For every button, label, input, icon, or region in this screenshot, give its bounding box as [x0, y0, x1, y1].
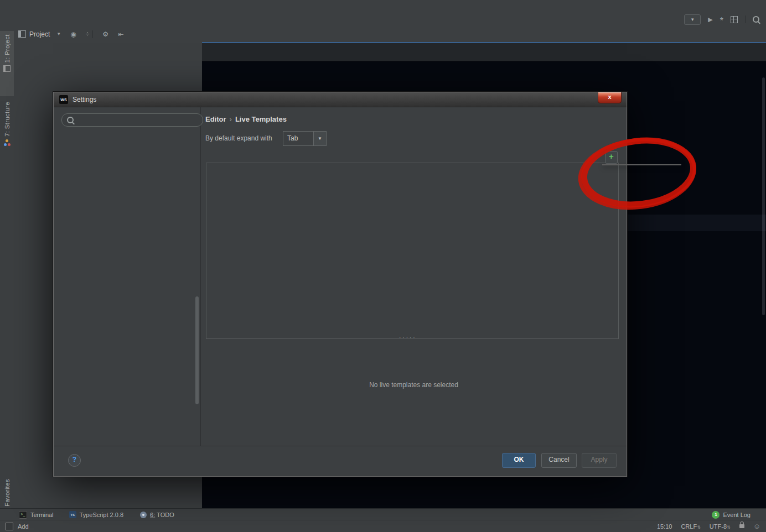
- structure-tool-icon: [4, 139, 11, 146]
- settings-content-panel: Editor›Live Templates By default expand …: [201, 107, 627, 446]
- stripe-structure-label: 7: Structure: [4, 102, 11, 137]
- settings-breadcrumb-parent: Editor: [205, 115, 226, 123]
- cancel-button[interactable]: Cancel: [541, 453, 577, 468]
- navigation-toolbar: ▼ ▶ *: [0, 12, 766, 27]
- settings-nav-panel: [54, 107, 201, 446]
- project-view-dropdown-icon[interactable]: ▼: [56, 32, 61, 36]
- add-hint-icon: [6, 523, 13, 530]
- editor-scrollbar[interactable]: [762, 77, 765, 315]
- search-everywhere-icon[interactable]: [753, 16, 759, 23]
- terminal-button[interactable]: >_ Terminal: [19, 511, 54, 519]
- apply-button[interactable]: Apply: [582, 453, 617, 468]
- settings-breadcrumb-child: Live Templates: [235, 115, 287, 123]
- tool-window-bar: >_ Terminal TS TypeScript 2.0.8 6: TODO …: [0, 508, 766, 520]
- settings-search-input[interactable]: [77, 116, 179, 125]
- hide-panel-icon[interactable]: ⇤: [118, 30, 123, 38]
- typescript-icon: TS: [69, 511, 76, 518]
- live-templates-list: [206, 163, 619, 339]
- todo-label: 6: TODO: [150, 512, 174, 518]
- add-popup-menu: [602, 164, 681, 165]
- expand-with-value: Tab: [283, 132, 313, 145]
- run-icon[interactable]: ▶: [708, 16, 712, 23]
- typescript-label: TypeScript 2.0.8: [80, 512, 124, 518]
- project-tool-icon: [3, 65, 11, 72]
- status-hint-text: Add: [18, 523, 29, 530]
- stripe-project-label: 1: Project: [4, 34, 11, 62]
- settings-dialog: WS Settings x Editor›Live Templates By d…: [53, 92, 627, 477]
- splitter-grip[interactable]: [399, 335, 417, 341]
- main-menu-bar: [0, 0, 766, 13]
- close-dialog-button[interactable]: x: [598, 92, 622, 103]
- hector-notification-icon[interactable]: ☺: [753, 522, 760, 530]
- settings-search-box[interactable]: [61, 113, 203, 127]
- panel-divider: [92, 30, 93, 38]
- empty-selection-message: No live templates are selected: [201, 381, 627, 389]
- stripe-button-project[interactable]: 1: Project: [0, 31, 14, 96]
- ok-button[interactable]: OK: [502, 453, 536, 468]
- todo-icon: [140, 512, 147, 518]
- project-panel-title: Project: [29, 30, 50, 38]
- add-icon[interactable]: [605, 151, 618, 164]
- settings-dialog-title: Settings: [73, 96, 96, 103]
- locate-file-icon[interactable]: ◉: [70, 30, 76, 38]
- event-log-icon: 1: [712, 511, 720, 519]
- help-button[interactable]: ?: [68, 454, 81, 467]
- editor-tab-bar: [202, 27, 766, 43]
- run-configuration-dropdown[interactable]: ▼: [684, 14, 701, 25]
- breadcrumb-separator: ›: [226, 115, 235, 123]
- stripe-button-structure[interactable]: 7: Structure: [0, 98, 14, 168]
- run-toolbar: ▼ ▶ *: [684, 14, 759, 25]
- search-icon: [67, 117, 74, 123]
- tool-window-stripe: 1: Project 7: Structure: [0, 27, 14, 509]
- debug-icon[interactable]: *: [720, 18, 723, 24]
- expand-with-label: By default expand with: [205, 134, 272, 142]
- gear-icon[interactable]: ⚙: [102, 30, 108, 38]
- encoding-widget[interactable]: UTF-8⇅: [710, 523, 731, 530]
- webstorm-logo-icon: WS: [59, 95, 68, 104]
- toolbar-divider: [745, 15, 746, 23]
- coverage-icon[interactable]: [731, 16, 738, 23]
- combobox-arrow-icon[interactable]: ▼: [313, 132, 326, 145]
- settings-title-bar[interactable]: WS Settings: [54, 92, 627, 107]
- event-log-button[interactable]: 1 Event Log: [712, 511, 751, 519]
- todo-button[interactable]: 6: TODO: [140, 512, 174, 518]
- lock-icon[interactable]: [739, 524, 744, 528]
- expand-with-combobox[interactable]: Tab ▼: [283, 131, 327, 146]
- settings-tree-scrollbar[interactable]: [195, 296, 199, 404]
- event-log-label: Event Log: [723, 512, 751, 518]
- typescript-button[interactable]: TS TypeScript 2.0.8: [69, 511, 124, 518]
- terminal-icon: >_: [19, 511, 27, 519]
- tag-breadcrumb-bar: [202, 43, 766, 61]
- project-panel-icon: [18, 30, 26, 38]
- status-bar: Add 15:10 CRLF⇅ UTF-8⇅ ☺: [0, 520, 766, 532]
- collapse-all-icon[interactable]: ÷: [86, 30, 90, 38]
- line-ending-widget[interactable]: CRLF⇅: [681, 523, 700, 530]
- clock-widget[interactable]: 15:10: [657, 523, 672, 530]
- terminal-label: Terminal: [30, 512, 54, 518]
- dialog-button-bar: ? OK Cancel Apply: [54, 446, 627, 476]
- settings-breadcrumb: Editor›Live Templates: [205, 115, 287, 123]
